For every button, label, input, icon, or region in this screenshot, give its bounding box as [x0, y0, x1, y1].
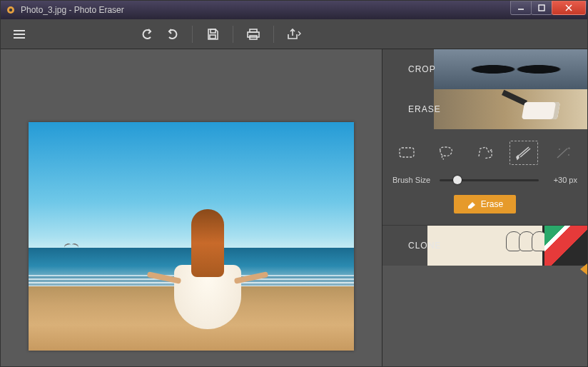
side-empty [382, 266, 587, 366]
svg-line-17 [557, 149, 567, 158]
close-button[interactable] [552, 1, 586, 15]
erase-button[interactable]: Erase [454, 195, 516, 213]
app-window: Photo_3.jpg - Photo Eraser [0, 0, 588, 367]
photo-subject [168, 209, 247, 345]
save-button[interactable] [203, 24, 223, 44]
window-title: Photo_3.jpg - Photo Eraser [21, 5, 511, 15]
svg-rect-14 [400, 148, 414, 157]
window-controls [511, 1, 586, 15]
side-panel: CROP ERASE [382, 49, 587, 366]
brush-select-tool[interactable] [510, 141, 538, 165]
title-bar: Photo_3.jpg - Photo Eraser [1, 1, 587, 19]
print-button[interactable] [243, 24, 263, 44]
undo-button[interactable] [138, 24, 158, 44]
svg-rect-3 [539, 5, 544, 11]
main-area: CROP ERASE [1, 49, 587, 366]
maximize-button[interactable] [531, 1, 552, 15]
rect-select-tool[interactable] [392, 141, 421, 165]
minimize-button[interactable] [510, 1, 532, 15]
eraser-icon [467, 200, 477, 208]
app-icon [5, 4, 16, 16]
panel-crop-label: CROP [408, 64, 436, 74]
photo-canvas[interactable] [29, 122, 354, 351]
brush-size-slider[interactable] [440, 175, 539, 185]
brush-size-row: Brush Size +30 px [392, 175, 577, 185]
erase-button-label: Erase [481, 199, 503, 209]
panel-clone-header[interactable]: CLONE [382, 226, 587, 266]
svg-point-19 [568, 154, 569, 156]
panel-clone-label: CLONE [408, 241, 441, 251]
svg-point-1 [9, 9, 12, 11]
panel-erase-body: Brush Size +30 px Erase [382, 129, 587, 226]
separator [273, 26, 274, 43]
brush-size-value: +30 px [546, 176, 577, 184]
separator [192, 26, 193, 43]
polygon-select-tool[interactable] [471, 141, 500, 165]
panel-crop-header[interactable]: CROP [382, 49, 587, 89]
magic-erase-tool[interactable] [549, 141, 577, 165]
collapse-handle[interactable] [580, 263, 587, 275]
selection-tools [392, 141, 577, 165]
svg-rect-9 [211, 29, 216, 33]
panel-erase-header[interactable]: ERASE [382, 89, 587, 129]
photo-bird [64, 243, 78, 252]
svg-rect-10 [210, 35, 216, 39]
share-button[interactable] [284, 24, 304, 44]
panel-erase-label: ERASE [408, 104, 441, 114]
canvas-area [1, 49, 382, 366]
toolbar [1, 19, 587, 49]
brush-size-label: Brush Size [392, 176, 432, 184]
lasso-select-tool[interactable] [432, 141, 460, 165]
svg-point-18 [559, 149, 560, 150]
menu-button[interactable] [9, 24, 29, 44]
redo-button[interactable] [162, 24, 182, 44]
separator [233, 26, 233, 43]
